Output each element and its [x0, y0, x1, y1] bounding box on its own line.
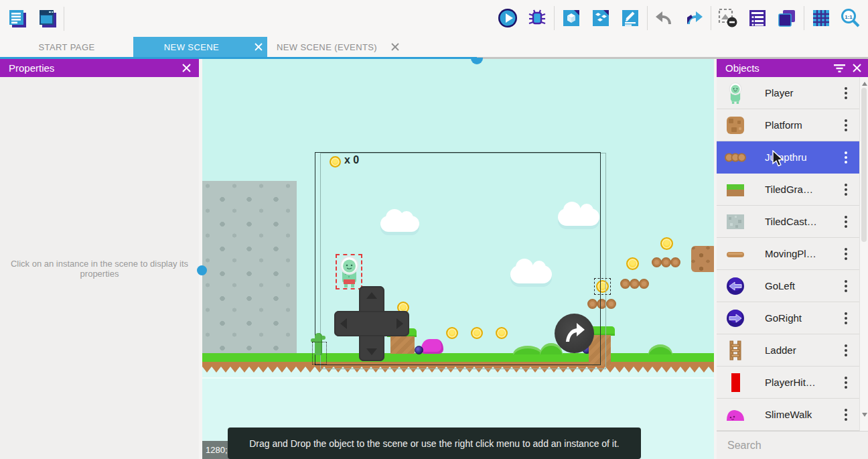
- tab-new-scene[interactable]: NEW SCENE: [133, 37, 267, 57]
- search-input[interactable]: [726, 439, 867, 452]
- kebab-menu-icon[interactable]: [839, 182, 853, 198]
- tab-new-scene-events[interactable]: NEW SCENE (EVENTS): [267, 37, 404, 57]
- debug-button[interactable]: [522, 3, 552, 33]
- scene-canvas[interactable]: x 0: [202, 57, 714, 459]
- object-label: Player: [765, 87, 839, 99]
- properties-empty-message: Click on an instance in the scene to dis…: [7, 259, 192, 279]
- tiled-castle-instance[interactable]: [202, 181, 297, 354]
- object-row-jumpthru[interactable]: Jumpthru: [717, 141, 859, 174]
- object-row-ladder[interactable]: Ladder: [717, 334, 859, 367]
- tab-close-button[interactable]: [250, 38, 267, 56]
- kebab-menu-icon[interactable]: [839, 246, 853, 262]
- tab-label: NEW SCENE (EVENTS): [267, 42, 386, 52]
- filter-objects-button[interactable]: [830, 60, 848, 77]
- object-row-slimewalk[interactable]: SlimeWalk: [717, 399, 859, 431]
- delete-selection-button[interactable]: [713, 3, 743, 33]
- jump-arrow-icon: [555, 314, 594, 353]
- scrollbar-thumb[interactable]: [861, 88, 867, 242]
- kebab-menu-icon[interactable]: [839, 278, 853, 294]
- kebab-menu-icon[interactable]: [839, 117, 853, 133]
- start-page-button[interactable]: [32, 4, 62, 34]
- cactus-selection-box: [312, 342, 327, 365]
- scene-bottom-guide: [202, 377, 714, 379]
- tab-close-button[interactable]: [386, 38, 404, 56]
- object-row-tiledgrass[interactable]: TiledGra…: [717, 174, 859, 206]
- object-label: Jumpthru: [765, 151, 839, 163]
- undo-icon: [654, 8, 674, 28]
- play-button[interactable]: [493, 3, 522, 33]
- layers-icon: [777, 8, 797, 28]
- instances-editor-button[interactable]: [616, 3, 645, 33]
- scroll-down-icon[interactable]: [862, 413, 867, 419]
- grid-button[interactable]: [806, 3, 836, 33]
- object-label: GoLeft: [765, 280, 839, 291]
- player-instance[interactable]: [338, 256, 360, 287]
- redo-button[interactable]: [679, 3, 709, 33]
- object-row-player[interactable]: Player: [717, 77, 859, 109]
- layers-button[interactable]: [772, 3, 802, 33]
- tab-start-page[interactable]: START PAGE: [0, 37, 133, 57]
- object-label: PlayerHit…: [765, 377, 839, 388]
- objects-editor-button[interactable]: [557, 3, 586, 33]
- object-label: TiledGra…: [765, 184, 839, 195]
- jumpthru-icon: [725, 147, 746, 168]
- editor-tabbar: START PAGE NEW SCENE NEW SCENE (EVENTS): [0, 37, 868, 57]
- objects-panel-header: Objects: [717, 59, 868, 77]
- filter-icon: [834, 64, 845, 72]
- jump-button-instance[interactable]: [555, 314, 594, 353]
- kebab-menu-icon[interactable]: [839, 342, 853, 358]
- dpad-left-arrow: [340, 318, 347, 329]
- kebab-menu-icon[interactable]: [839, 149, 853, 166]
- start-page-icon: [37, 9, 57, 29]
- zoom-1-1-button[interactable]: 1:1: [836, 3, 865, 33]
- moving-platform-icon: [725, 243, 746, 265]
- toolbar-separator: [804, 6, 804, 30]
- object-row-platform[interactable]: Platform: [717, 109, 859, 141]
- close-icon: [182, 63, 192, 73]
- player-icon: [725, 82, 746, 104]
- bush-instance[interactable]: [648, 344, 672, 354]
- kebab-menu-icon[interactable]: [839, 407, 853, 423]
- toolbar-separator: [647, 6, 648, 30]
- go-right-icon: [725, 308, 746, 329]
- close-icon: [391, 43, 399, 51]
- kebab-menu-icon[interactable]: [839, 310, 853, 326]
- scroll-up-icon[interactable]: [862, 79, 867, 86]
- kebab-menu-icon[interactable]: [839, 214, 853, 230]
- undo-button[interactable]: [650, 3, 679, 33]
- object-label: TiledCast…: [765, 216, 839, 227]
- objects-scrollbar[interactable]: [859, 77, 868, 431]
- close-properties-button[interactable]: [177, 60, 195, 77]
- close-objects-button[interactable]: [848, 60, 865, 77]
- delete-selection-icon: [717, 7, 739, 29]
- instances-list-button[interactable]: [743, 3, 772, 33]
- object-row-movingplatform[interactable]: MovingPl…: [717, 238, 859, 270]
- jumpthru-instance[interactable]: [620, 279, 648, 289]
- project-manager-button[interactable]: [3, 4, 32, 34]
- zoom-1-1-icon: 1:1: [840, 7, 861, 29]
- platform-block-instance[interactable]: [691, 246, 714, 272]
- object-row-goright[interactable]: GoRight: [717, 302, 859, 334]
- redo-icon: [684, 8, 704, 28]
- close-icon: [255, 43, 263, 51]
- object-row-tiledcastle[interactable]: TiledCast…: [717, 206, 859, 238]
- dpad-down-arrow: [366, 348, 377, 355]
- coin-instance[interactable]: [626, 257, 639, 270]
- object-row-playerhitbox[interactable]: PlayerHit…: [717, 367, 859, 399]
- play-icon: [497, 7, 518, 29]
- grid-icon: [811, 8, 831, 28]
- dpad-up-arrow: [366, 292, 377, 299]
- jumpthru-instance[interactable]: [652, 257, 680, 267]
- kebab-menu-icon[interactable]: [839, 375, 853, 391]
- object-groups-button[interactable]: [586, 3, 616, 33]
- properties-resize-handle[interactable]: [197, 265, 207, 275]
- tab-label: NEW SCENE: [133, 42, 250, 52]
- debug-icon: [527, 8, 547, 28]
- kebab-menu-icon[interactable]: [839, 85, 853, 101]
- object-row-goleft[interactable]: GoLeft: [717, 270, 859, 302]
- dpad-control-instance[interactable]: [334, 286, 409, 361]
- coin-instance[interactable]: [660, 237, 673, 250]
- objects-search-row: [717, 431, 868, 459]
- project-manager-icon: [7, 9, 27, 29]
- ladder-icon: [725, 340, 746, 361]
